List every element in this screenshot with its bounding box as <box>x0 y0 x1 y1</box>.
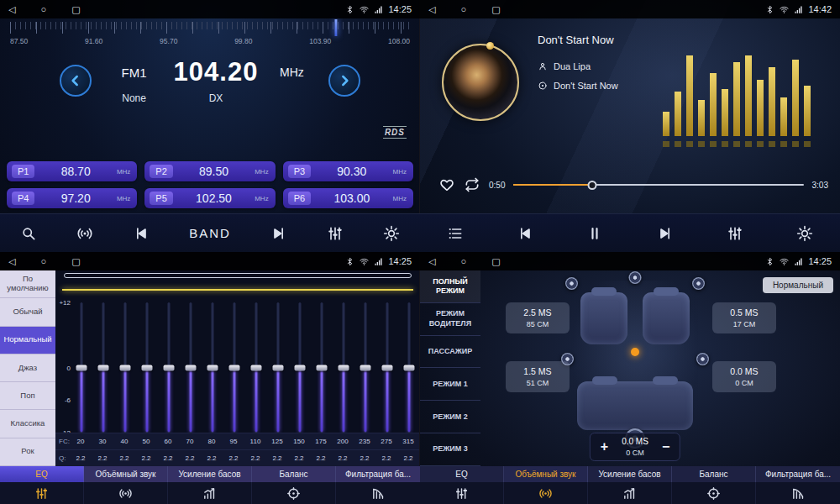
tab-surround[interactable]: Объёмный звук <box>504 466 588 504</box>
eq-band-slider[interactable] <box>207 302 218 433</box>
tab-filter[interactable]: Фильтрация ба... <box>336 466 420 504</box>
skip-previous-icon <box>517 225 533 242</box>
eq-sliders-icon <box>327 225 344 242</box>
eq-preset-item[interactable]: Нормальный <box>0 327 55 354</box>
eq-band-slider[interactable] <box>250 302 262 433</box>
wifi-icon <box>780 257 789 266</box>
tuner-scale[interactable]: 87.5091.6095.7099.80103.90108.00 <box>10 22 410 55</box>
home-icon[interactable]: ○ <box>460 252 466 270</box>
tab-bass-boost[interactable]: Усиление басов <box>168 466 252 504</box>
recents-icon[interactable]: ▢ <box>491 252 500 270</box>
recents-icon[interactable]: ▢ <box>491 0 500 18</box>
back-icon[interactable]: ◁ <box>428 252 435 270</box>
preset-button[interactable]: P4 97.20 MHz <box>7 188 137 208</box>
eq-adjust-button[interactable] <box>327 225 344 242</box>
tab-balance[interactable]: Баланс <box>252 466 336 504</box>
eq-preset-item[interactable]: Поп <box>0 382 55 410</box>
tab-balance[interactable]: Баланс <box>672 466 756 504</box>
search-button[interactable] <box>20 225 37 242</box>
back-icon[interactable]: ◁ <box>8 252 15 270</box>
eq-preset-item[interactable]: Классика <box>0 410 55 438</box>
home-icon[interactable]: ○ <box>40 252 46 270</box>
tab-surround[interactable]: Объёмный звук <box>84 466 168 504</box>
recents-icon[interactable]: ▢ <box>71 252 80 270</box>
tune-down-button[interactable] <box>60 65 92 97</box>
decrease-button[interactable]: − <box>662 440 669 454</box>
eq-band-slider[interactable] <box>185 302 197 433</box>
eq-band-slider[interactable] <box>381 302 393 433</box>
listening-position[interactable] <box>631 348 639 356</box>
tab-filter[interactable]: Фильтрация ба... <box>756 466 840 504</box>
scan-button[interactable] <box>76 225 93 242</box>
settings-button[interactable] <box>383 225 400 242</box>
favorite-button[interactable] <box>438 176 455 193</box>
eq-preset-item[interactable]: Обычай <box>0 298 55 326</box>
eq-preset-item[interactable]: Рок <box>0 438 55 466</box>
tab-bass-boost[interactable]: Усиление басов <box>588 466 672 504</box>
mode-item[interactable]: РЕЖИМ ВОДИТЕЛЯ <box>420 303 480 336</box>
home-icon[interactable]: ○ <box>460 0 466 18</box>
progress-bar[interactable] <box>513 179 803 191</box>
repeat-button[interactable] <box>464 176 480 193</box>
eq-band-slider[interactable] <box>76 302 87 433</box>
settings-button[interactable] <box>796 225 813 242</box>
eq-preset-item[interactable]: Джаз <box>0 354 55 382</box>
eq-adjust-button[interactable] <box>727 225 743 242</box>
eq-band-slider[interactable] <box>141 302 153 433</box>
increase-button[interactable]: + <box>601 440 608 454</box>
q-value: 2.2 <box>183 454 197 462</box>
preset-button[interactable]: P6 103.00 MHz <box>283 188 413 208</box>
delay-rear-left[interactable]: 1.5 MS 51 CM <box>506 361 570 392</box>
delay-rear-right[interactable]: 0.0 MS 0 CM <box>712 361 776 392</box>
next-button[interactable] <box>270 225 287 242</box>
eq-preset-list: По умолчаниюОбычайНормальныйДжазПопКласс… <box>0 270 55 466</box>
eq-band-slider[interactable] <box>403 302 415 433</box>
mode-item[interactable]: РЕЖИМ 1 <box>420 368 480 401</box>
mode-item[interactable]: ПОЛНЫЙ РЕЖИМ <box>420 270 480 303</box>
tab-eq[interactable]: EQ <box>0 466 84 504</box>
pause-button[interactable] <box>586 225 603 242</box>
eq-band-slider[interactable] <box>163 302 175 433</box>
nav-buttons: ◁ ○ ▢ <box>8 252 81 270</box>
prev-track-button[interactable] <box>517 225 533 242</box>
eq-scrollbar[interactable] <box>64 273 412 278</box>
eq-preset-item[interactable]: По умолчанию <box>0 270 55 298</box>
eq-band-slider[interactable] <box>272 302 284 433</box>
delay-front-right[interactable]: 0.5 MS 17 CM <box>712 302 776 333</box>
eq-band-slider[interactable] <box>360 302 371 433</box>
scale-label: 99.80 <box>234 37 252 45</box>
preset-button[interactable]: P3 90.30 MHz <box>283 161 413 181</box>
preset-button[interactable]: P5 102.50 MHz <box>144 188 275 208</box>
back-icon[interactable]: ◁ <box>8 0 15 18</box>
back-icon[interactable]: ◁ <box>428 0 435 18</box>
fc-value: 80 <box>205 438 218 445</box>
preset-unit: MHz <box>393 168 408 176</box>
signal-icon <box>374 5 383 14</box>
eq-band-slider[interactable] <box>119 302 131 433</box>
playlist-button[interactable] <box>447 225 464 242</box>
mode-item[interactable]: РЕЖИМ 3 <box>420 433 480 466</box>
eq-band-slider[interactable] <box>228 302 240 433</box>
eq-sliders <box>76 302 415 433</box>
home-icon[interactable]: ○ <box>40 0 46 18</box>
eq-band-slider[interactable] <box>316 302 328 433</box>
q-value: 2.2 <box>402 454 415 462</box>
eq-band-slider[interactable] <box>97 302 109 433</box>
preset-frequency: 97.20 <box>39 192 111 205</box>
sound-preset-button[interactable]: Нормальный <box>763 277 833 293</box>
mode-item[interactable]: РЕЖИМ 2 <box>420 401 480 433</box>
prev-button[interactable] <box>133 225 150 242</box>
mode-item[interactable]: ПАССАЖИР <box>420 336 480 369</box>
preset-number: P4 <box>12 192 34 205</box>
band-button[interactable]: BAND <box>189 226 231 240</box>
eq-band-slider[interactable] <box>338 302 349 433</box>
tab-eq[interactable]: EQ <box>420 466 504 504</box>
recents-icon[interactable]: ▢ <box>71 0 80 18</box>
tune-up-button[interactable] <box>328 65 360 97</box>
next-track-button[interactable] <box>657 225 674 242</box>
eq-band-slider[interactable] <box>294 302 306 433</box>
preset-button[interactable]: P1 88.70 MHz <box>7 161 137 181</box>
delay-front-left[interactable]: 2.5 MS 85 CM <box>506 302 570 333</box>
preset-button[interactable]: P2 89.50 MHz <box>144 161 275 181</box>
progress-knob[interactable] <box>587 181 596 190</box>
